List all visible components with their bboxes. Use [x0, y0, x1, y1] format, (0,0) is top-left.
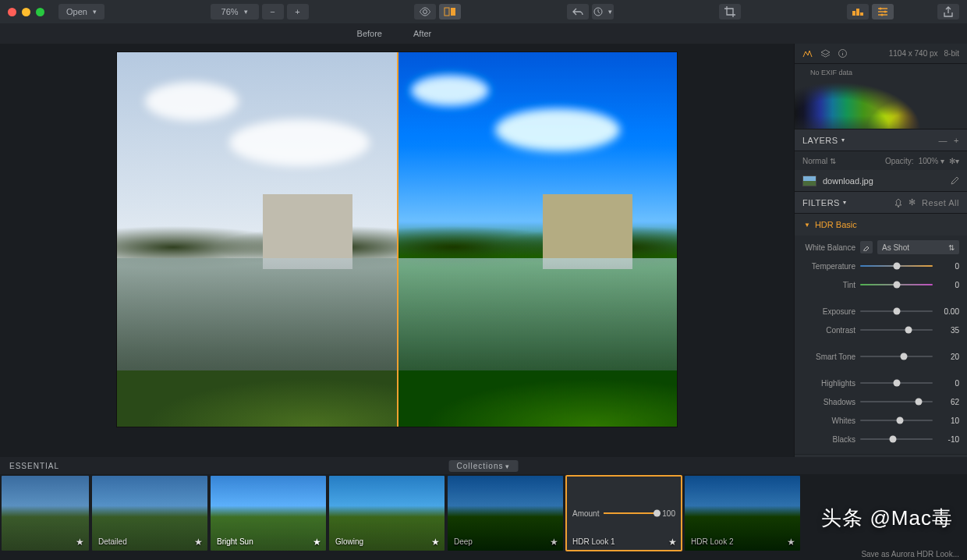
- close-window-button[interactable]: [8, 8, 16, 16]
- adjust-panel-button[interactable]: [872, 4, 894, 19]
- preset-original[interactable]: ★: [2, 476, 89, 551]
- slider-control[interactable]: [860, 377, 933, 388]
- slider-shadows: Shadows62: [802, 395, 959, 409]
- exif-message: No EXIF data: [810, 69, 852, 76]
- slider-temperature: Temperature0: [802, 259, 959, 273]
- layer-settings-button[interactable]: ✻▾: [949, 157, 959, 165]
- compare-divider[interactable]: [397, 52, 398, 427]
- undo-icon: [572, 7, 583, 16]
- pin-filter-button[interactable]: [894, 198, 902, 207]
- filter-section-hdr-basic[interactable]: ▼HDR Basic: [795, 214, 967, 236]
- slider-control[interactable]: [860, 306, 933, 317]
- preview-toggle-button[interactable]: [414, 4, 436, 19]
- amount-value: 100: [662, 509, 675, 518]
- slider-value[interactable]: -10: [937, 435, 959, 444]
- export-button[interactable]: [937, 4, 959, 19]
- eye-icon: [419, 7, 431, 16]
- histogram[interactable]: No EXIF data: [795, 64, 967, 129]
- favorite-star-icon[interactable]: ★: [787, 537, 795, 548]
- presets-icon: [852, 7, 864, 16]
- favorite-star-icon[interactable]: ★: [313, 537, 321, 548]
- slider-value[interactable]: 0: [937, 262, 959, 271]
- white-balance-label: White Balance: [802, 243, 855, 252]
- eyedropper-button[interactable]: [860, 241, 873, 253]
- blend-mode-select[interactable]: Normal ⇅: [802, 157, 836, 165]
- slider-value[interactable]: 62: [937, 398, 959, 406]
- layers-panel-header[interactable]: LAYERS▾ — +: [795, 129, 967, 151]
- favorite-star-icon[interactable]: ★: [194, 537, 203, 548]
- preset-glowing[interactable]: Glowing★: [329, 476, 445, 551]
- svg-rect-3: [852, 11, 855, 16]
- filter-settings-button[interactable]: ✻: [909, 197, 916, 207]
- crop-icon: [724, 6, 735, 17]
- preset-detailed[interactable]: Detailed★: [92, 476, 207, 551]
- slider-value[interactable]: 10: [937, 416, 959, 425]
- histogram-tab-icon[interactable]: [802, 49, 813, 58]
- collapse-layers-button[interactable]: —: [939, 136, 948, 145]
- layer-mask-brush-button[interactable]: [950, 176, 959, 186]
- add-layer-button[interactable]: +: [954, 136, 959, 145]
- svg-rect-4: [856, 9, 859, 16]
- layers-tab-icon[interactable]: [820, 49, 831, 58]
- canvas-area[interactable]: [0, 44, 794, 457]
- minimize-window-button[interactable]: [22, 8, 30, 16]
- maximize-window-button[interactable]: [36, 8, 44, 16]
- slider-value[interactable]: 20: [937, 353, 959, 361]
- slider-blacks: Blacks-10: [802, 432, 959, 446]
- share-icon: [944, 6, 953, 17]
- svg-rect-5: [860, 12, 863, 16]
- image-compare-view[interactable]: [116, 51, 678, 427]
- amount-slider[interactable]: [604, 512, 657, 514]
- filters-title: FILTERS: [802, 198, 840, 207]
- after-label: After: [413, 29, 431, 38]
- compare-split-button[interactable]: [439, 4, 461, 19]
- undo-button[interactable]: [567, 4, 589, 19]
- window-controls: [8, 8, 44, 16]
- slider-value[interactable]: 0: [937, 379, 959, 388]
- svg-rect-0: [445, 8, 449, 16]
- slider-control[interactable]: [860, 434, 933, 445]
- zoom-level-select[interactable]: 76%: [211, 4, 259, 19]
- slider-highlights: Highlights0: [802, 376, 959, 390]
- image-dimensions: 1104 x 740 px: [889, 49, 938, 58]
- filters-panel-header[interactable]: FILTERS▾ ✻ Reset All: [795, 192, 967, 214]
- layer-name: download.jpg: [823, 176, 873, 186]
- slider-control[interactable]: [860, 324, 933, 335]
- white-balance-select[interactable]: As Shot⇅: [877, 240, 959, 254]
- looks-panel-button[interactable]: [847, 4, 869, 19]
- zoom-in-button[interactable]: +: [287, 4, 309, 19]
- opacity-label: Opacity:: [885, 157, 914, 165]
- opacity-value[interactable]: 100% ▾: [919, 157, 944, 165]
- preset-hdr-look-1[interactable]: Amount100HDR Look 1★: [566, 476, 682, 551]
- slider-control[interactable]: [860, 415, 933, 426]
- slider-control[interactable]: [860, 261, 933, 271]
- split-compare-icon: [444, 7, 456, 16]
- svg-rect-1: [451, 8, 455, 16]
- preset-category-label: ESSENTIAL: [9, 462, 59, 470]
- slider-value[interactable]: 0: [937, 281, 959, 289]
- favorite-star-icon[interactable]: ★: [76, 537, 84, 548]
- layer-item[interactable]: download.jpg: [795, 170, 967, 192]
- slider-value[interactable]: 0.00: [937, 307, 959, 316]
- slider-value[interactable]: 35: [937, 326, 959, 335]
- slider-control[interactable]: [860, 396, 933, 407]
- preset-bright-sun[interactable]: Bright Sun★: [211, 476, 326, 551]
- crop-button[interactable]: [719, 4, 741, 19]
- favorite-star-icon[interactable]: ★: [431, 537, 440, 548]
- open-button[interactable]: Open: [58, 4, 104, 19]
- before-image: [117, 52, 397, 427]
- reset-all-button[interactable]: Reset All: [922, 198, 959, 207]
- save-look-button[interactable]: Save as Aurora HDR Look...: [861, 550, 959, 558]
- collections-select[interactable]: Collections: [449, 460, 519, 472]
- history-button[interactable]: [592, 4, 614, 19]
- before-label: Before: [357, 29, 382, 38]
- favorite-star-icon[interactable]: ★: [550, 537, 558, 548]
- favorite-star-icon[interactable]: ★: [668, 537, 677, 548]
- layer-thumbnail: [802, 175, 816, 186]
- slider-control[interactable]: [860, 279, 933, 290]
- preset-deep[interactable]: Deep★: [448, 476, 563, 551]
- preset-hdr-look-2[interactable]: HDR Look 2★: [685, 476, 800, 551]
- info-tab-icon[interactable]: [838, 49, 847, 58]
- zoom-out-button[interactable]: −: [262, 4, 284, 19]
- slider-control[interactable]: [860, 351, 933, 362]
